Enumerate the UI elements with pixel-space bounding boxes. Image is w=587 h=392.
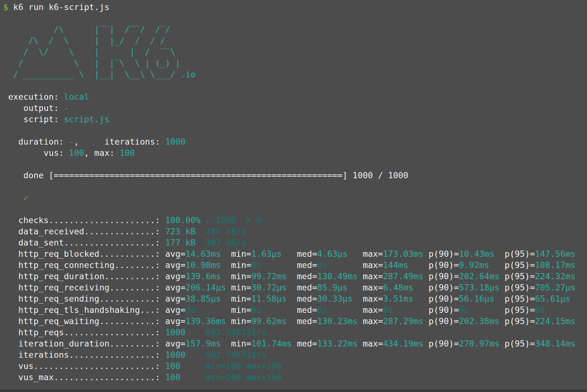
config-execution: execution: local [3, 91, 587, 103]
metric-vus: vus........................: 100 min=100… [3, 361, 587, 372]
check-pass-line: ✓ [3, 192, 587, 203]
metric-iteration-duration: iteration_duration.........: avg=157.9ms… [3, 338, 587, 349]
blank-line [3, 80, 587, 91]
logo-line-1: /\ |‾‾| /‾‾/ /‾/ [3, 24, 587, 35]
metric-vus-max: vus_max....................: 100 min=100… [3, 372, 587, 383]
config-vus-max: vus: 100, max: 100 [3, 147, 587, 159]
metric-http-req-connecting: http_req_connecting........: avg=10.98ms… [3, 260, 587, 271]
metric-http-req-duration: http_req_duration..........: avg=139.6ms… [3, 271, 587, 282]
blank-line [3, 159, 587, 170]
metric-http-reqs: http_reqs..................: 1000 602.74… [3, 327, 587, 338]
metric-http-req-sending: http_req_sending...........: avg=38.85µs… [3, 293, 587, 304]
blank-line [3, 125, 587, 136]
config-output: output: - [3, 103, 587, 114]
command-line: $ k6 run k6-script.js [3, 2, 587, 13]
config-duration-iterations: duration: -, iterations: 1000 [3, 136, 587, 147]
metric-iterations: iterations.................: 1000 602.74… [3, 349, 587, 361]
metric-checks: checks.....................: 100.00% ✓ 1… [3, 215, 587, 226]
terminal-window[interactable]: $ k6 run k6-script.js /\ |‾‾| /‾‾/ /‾/ /… [0, 0, 587, 392]
metric-http-req-receiving: http_req_receiving.........: avg=206.14µ… [3, 282, 587, 293]
progress-done-line: done [==================================… [3, 170, 587, 181]
blank-line [3, 13, 587, 24]
metric-data-received: data_received..............: 723 kB 436 … [3, 226, 587, 237]
blank-line [3, 181, 587, 192]
terminal-output: $ k6 run k6-script.js /\ |‾‾| /‾‾/ /‾/ /… [0, 0, 587, 383]
blank-line [3, 203, 587, 215]
metric-http-req-tls-handshaking: http_req_tls_handshaking...: avg=0s min=… [3, 304, 587, 316]
logo-line-5: / __________ \ |__| \__\ \___/ .io [3, 69, 587, 80]
logo-line-3: / \/ \ | | / ‾‾\ [3, 46, 587, 58]
metric-http-req-blocked: http_req_blocked...........: avg=14.63ms… [3, 248, 587, 260]
window-edge [0, 390, 587, 392]
metric-http-req-waiting: http_req_waiting...........: avg=139.36m… [3, 316, 587, 327]
config-script: script: script.js [3, 114, 587, 125]
metric-data-sent: data_sent..................: 177 kB 107 … [3, 237, 587, 248]
logo-line-2: /\ / \ | |_/ / / / [3, 35, 587, 46]
logo-line-4: / \ | |‾\ \ | (_) | [3, 58, 587, 69]
